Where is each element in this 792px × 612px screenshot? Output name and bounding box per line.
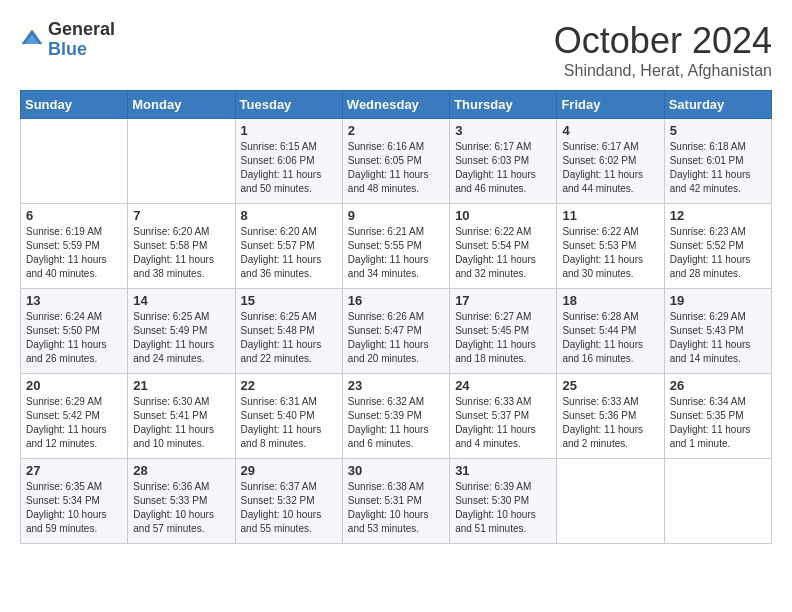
calendar-cell: 16 Sunrise: 6:26 AMSunset: 5:47 PMDaylig… bbox=[342, 289, 449, 374]
day-number: 16 bbox=[348, 293, 444, 308]
day-info: Sunrise: 6:17 AMSunset: 6:02 PMDaylight:… bbox=[562, 140, 658, 196]
day-info: Sunrise: 6:30 AMSunset: 5:41 PMDaylight:… bbox=[133, 395, 229, 451]
day-info: Sunrise: 6:20 AMSunset: 5:57 PMDaylight:… bbox=[241, 225, 337, 281]
month-title: October 2024 bbox=[554, 20, 772, 62]
calendar-cell: 23 Sunrise: 6:32 AMSunset: 5:39 PMDaylig… bbox=[342, 374, 449, 459]
day-info: Sunrise: 6:20 AMSunset: 5:58 PMDaylight:… bbox=[133, 225, 229, 281]
calendar-cell: 8 Sunrise: 6:20 AMSunset: 5:57 PMDayligh… bbox=[235, 204, 342, 289]
day-info: Sunrise: 6:33 AMSunset: 5:36 PMDaylight:… bbox=[562, 395, 658, 451]
day-number: 25 bbox=[562, 378, 658, 393]
day-number: 1 bbox=[241, 123, 337, 138]
day-number: 3 bbox=[455, 123, 551, 138]
day-info: Sunrise: 6:35 AMSunset: 5:34 PMDaylight:… bbox=[26, 480, 122, 536]
logo: General Blue bbox=[20, 20, 115, 60]
calendar-cell: 6 Sunrise: 6:19 AMSunset: 5:59 PMDayligh… bbox=[21, 204, 128, 289]
logo-icon bbox=[20, 28, 44, 52]
header-friday: Friday bbox=[557, 91, 664, 119]
logo-general: General bbox=[48, 19, 115, 39]
day-number: 21 bbox=[133, 378, 229, 393]
calendar-cell: 27 Sunrise: 6:35 AMSunset: 5:34 PMDaylig… bbox=[21, 459, 128, 544]
day-info: Sunrise: 6:29 AMSunset: 5:42 PMDaylight:… bbox=[26, 395, 122, 451]
calendar-cell: 29 Sunrise: 6:37 AMSunset: 5:32 PMDaylig… bbox=[235, 459, 342, 544]
header-thursday: Thursday bbox=[450, 91, 557, 119]
day-number: 30 bbox=[348, 463, 444, 478]
day-info: Sunrise: 6:37 AMSunset: 5:32 PMDaylight:… bbox=[241, 480, 337, 536]
calendar-cell: 14 Sunrise: 6:25 AMSunset: 5:49 PMDaylig… bbox=[128, 289, 235, 374]
day-info: Sunrise: 6:26 AMSunset: 5:47 PMDaylight:… bbox=[348, 310, 444, 366]
day-number: 14 bbox=[133, 293, 229, 308]
calendar-week-row: 20 Sunrise: 6:29 AMSunset: 5:42 PMDaylig… bbox=[21, 374, 772, 459]
day-number: 19 bbox=[670, 293, 766, 308]
day-info: Sunrise: 6:25 AMSunset: 5:48 PMDaylight:… bbox=[241, 310, 337, 366]
calendar-cell bbox=[128, 119, 235, 204]
calendar-cell bbox=[557, 459, 664, 544]
calendar-cell: 7 Sunrise: 6:20 AMSunset: 5:58 PMDayligh… bbox=[128, 204, 235, 289]
day-info: Sunrise: 6:36 AMSunset: 5:33 PMDaylight:… bbox=[133, 480, 229, 536]
calendar-cell: 1 Sunrise: 6:15 AMSunset: 6:06 PMDayligh… bbox=[235, 119, 342, 204]
day-number: 4 bbox=[562, 123, 658, 138]
day-info: Sunrise: 6:39 AMSunset: 5:30 PMDaylight:… bbox=[455, 480, 551, 536]
calendar-cell: 3 Sunrise: 6:17 AMSunset: 6:03 PMDayligh… bbox=[450, 119, 557, 204]
day-number: 28 bbox=[133, 463, 229, 478]
calendar-cell: 2 Sunrise: 6:16 AMSunset: 6:05 PMDayligh… bbox=[342, 119, 449, 204]
calendar-table: SundayMondayTuesdayWednesdayThursdayFrid… bbox=[20, 90, 772, 544]
header-tuesday: Tuesday bbox=[235, 91, 342, 119]
calendar-week-row: 13 Sunrise: 6:24 AMSunset: 5:50 PMDaylig… bbox=[21, 289, 772, 374]
calendar-cell: 19 Sunrise: 6:29 AMSunset: 5:43 PMDaylig… bbox=[664, 289, 771, 374]
day-info: Sunrise: 6:29 AMSunset: 5:43 PMDaylight:… bbox=[670, 310, 766, 366]
day-number: 10 bbox=[455, 208, 551, 223]
day-info: Sunrise: 6:16 AMSunset: 6:05 PMDaylight:… bbox=[348, 140, 444, 196]
header-saturday: Saturday bbox=[664, 91, 771, 119]
calendar-cell bbox=[664, 459, 771, 544]
day-number: 12 bbox=[670, 208, 766, 223]
calendar-cell: 12 Sunrise: 6:23 AMSunset: 5:52 PMDaylig… bbox=[664, 204, 771, 289]
header-wednesday: Wednesday bbox=[342, 91, 449, 119]
day-number: 29 bbox=[241, 463, 337, 478]
day-number: 23 bbox=[348, 378, 444, 393]
day-number: 5 bbox=[670, 123, 766, 138]
day-info: Sunrise: 6:18 AMSunset: 6:01 PMDaylight:… bbox=[670, 140, 766, 196]
calendar-week-row: 1 Sunrise: 6:15 AMSunset: 6:06 PMDayligh… bbox=[21, 119, 772, 204]
day-number: 11 bbox=[562, 208, 658, 223]
day-number: 22 bbox=[241, 378, 337, 393]
day-number: 6 bbox=[26, 208, 122, 223]
day-number: 2 bbox=[348, 123, 444, 138]
day-info: Sunrise: 6:21 AMSunset: 5:55 PMDaylight:… bbox=[348, 225, 444, 281]
calendar-cell: 22 Sunrise: 6:31 AMSunset: 5:40 PMDaylig… bbox=[235, 374, 342, 459]
calendar-cell: 26 Sunrise: 6:34 AMSunset: 5:35 PMDaylig… bbox=[664, 374, 771, 459]
calendar-cell: 31 Sunrise: 6:39 AMSunset: 5:30 PMDaylig… bbox=[450, 459, 557, 544]
day-number: 9 bbox=[348, 208, 444, 223]
calendar-cell: 24 Sunrise: 6:33 AMSunset: 5:37 PMDaylig… bbox=[450, 374, 557, 459]
calendar-cell: 21 Sunrise: 6:30 AMSunset: 5:41 PMDaylig… bbox=[128, 374, 235, 459]
calendar-cell: 5 Sunrise: 6:18 AMSunset: 6:01 PMDayligh… bbox=[664, 119, 771, 204]
day-info: Sunrise: 6:22 AMSunset: 5:53 PMDaylight:… bbox=[562, 225, 658, 281]
day-info: Sunrise: 6:32 AMSunset: 5:39 PMDaylight:… bbox=[348, 395, 444, 451]
calendar-cell: 9 Sunrise: 6:21 AMSunset: 5:55 PMDayligh… bbox=[342, 204, 449, 289]
day-info: Sunrise: 6:25 AMSunset: 5:49 PMDaylight:… bbox=[133, 310, 229, 366]
calendar-cell: 28 Sunrise: 6:36 AMSunset: 5:33 PMDaylig… bbox=[128, 459, 235, 544]
calendar-cell: 13 Sunrise: 6:24 AMSunset: 5:50 PMDaylig… bbox=[21, 289, 128, 374]
calendar-cell: 10 Sunrise: 6:22 AMSunset: 5:54 PMDaylig… bbox=[450, 204, 557, 289]
day-info: Sunrise: 6:33 AMSunset: 5:37 PMDaylight:… bbox=[455, 395, 551, 451]
day-number: 18 bbox=[562, 293, 658, 308]
calendar-cell: 11 Sunrise: 6:22 AMSunset: 5:53 PMDaylig… bbox=[557, 204, 664, 289]
day-number: 26 bbox=[670, 378, 766, 393]
calendar-week-row: 6 Sunrise: 6:19 AMSunset: 5:59 PMDayligh… bbox=[21, 204, 772, 289]
calendar-cell: 25 Sunrise: 6:33 AMSunset: 5:36 PMDaylig… bbox=[557, 374, 664, 459]
day-info: Sunrise: 6:23 AMSunset: 5:52 PMDaylight:… bbox=[670, 225, 766, 281]
title-area: October 2024 Shindand, Herat, Afghanista… bbox=[554, 20, 772, 80]
day-number: 7 bbox=[133, 208, 229, 223]
header-sunday: Sunday bbox=[21, 91, 128, 119]
page-header: General Blue October 2024 Shindand, Hera… bbox=[20, 20, 772, 80]
day-info: Sunrise: 6:15 AMSunset: 6:06 PMDaylight:… bbox=[241, 140, 337, 196]
day-info: Sunrise: 6:22 AMSunset: 5:54 PMDaylight:… bbox=[455, 225, 551, 281]
day-number: 24 bbox=[455, 378, 551, 393]
day-number: 31 bbox=[455, 463, 551, 478]
day-number: 20 bbox=[26, 378, 122, 393]
day-info: Sunrise: 6:24 AMSunset: 5:50 PMDaylight:… bbox=[26, 310, 122, 366]
day-info: Sunrise: 6:19 AMSunset: 5:59 PMDaylight:… bbox=[26, 225, 122, 281]
day-info: Sunrise: 6:38 AMSunset: 5:31 PMDaylight:… bbox=[348, 480, 444, 536]
calendar-cell: 15 Sunrise: 6:25 AMSunset: 5:48 PMDaylig… bbox=[235, 289, 342, 374]
calendar-cell: 17 Sunrise: 6:27 AMSunset: 5:45 PMDaylig… bbox=[450, 289, 557, 374]
day-info: Sunrise: 6:31 AMSunset: 5:40 PMDaylight:… bbox=[241, 395, 337, 451]
